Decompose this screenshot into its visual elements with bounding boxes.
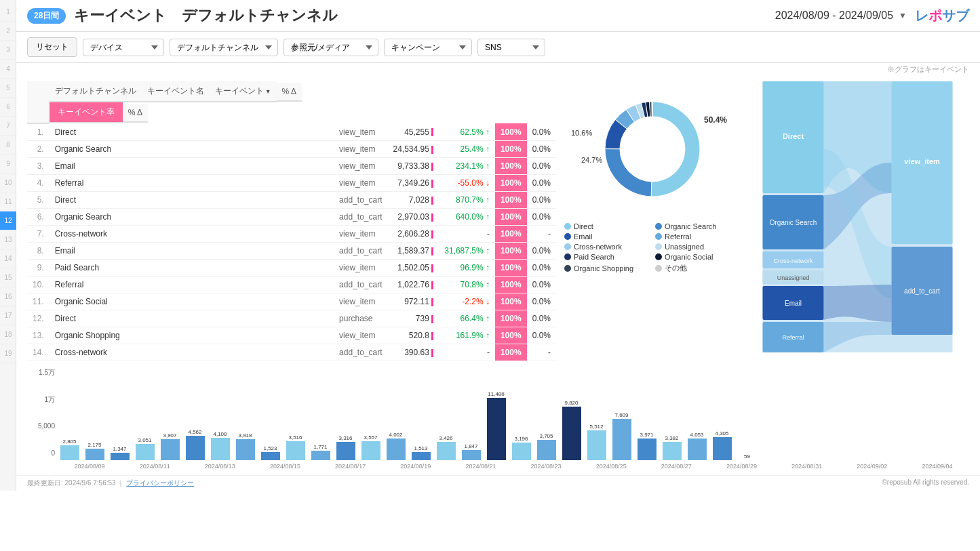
reset-button[interactable]: リセット <box>27 37 77 57</box>
table-row[interactable]: 13. Organic Shopping view_item 520.8 161… <box>27 327 556 344</box>
table-row[interactable]: 5. Direct add_to_cart 7,028 870.7% ↑ 100… <box>27 192 556 209</box>
col-value-header[interactable]: キーイベント ▼ <box>210 81 277 102</box>
legend-item: その他 <box>655 263 741 273</box>
bar-group[interactable]: 3,051 <box>133 437 157 460</box>
bar-value-label: 3,426 <box>439 435 452 441</box>
row-delta: 62.5% ↑ <box>439 123 495 141</box>
bar-group[interactable]: 59 <box>735 453 759 460</box>
row-rate: 100% <box>495 260 527 277</box>
bar-group[interactable]: 3,516 <box>283 434 307 460</box>
bar-group[interactable]: 1,771 <box>309 444 332 460</box>
col-channel-header[interactable]: デフォルトチャンネル <box>50 81 142 102</box>
col-rate-delta-header[interactable]: % Δ <box>123 104 148 123</box>
sns-filter[interactable]: SNS <box>477 39 545 56</box>
device-filter[interactable]: デバイス <box>83 39 164 56</box>
data-table-section: デフォルトチャンネル キーイベント名 キーイベント ▼ % Δ キーイベント率 … <box>27 81 556 361</box>
bar-value-label: 1,771 <box>313 444 327 450</box>
table-row[interactable]: 4. Referral view_item 7,349.26 -55.0% ↓ … <box>27 175 556 192</box>
table-row[interactable]: 7. Cross-network view_item 2,606.28 - 10… <box>27 226 556 243</box>
channel-filter[interactable]: デフォルトチャンネル <box>170 39 278 56</box>
row-event: view_item <box>334 327 387 344</box>
table-row[interactable]: 2. Organic Search view_item 24,534.95 25… <box>27 141 556 158</box>
bar-group[interactable]: 3,196 <box>509 436 533 460</box>
row-channel: Organic Search <box>50 209 334 226</box>
bar-group[interactable]: 4,053 <box>685 432 709 460</box>
legend-label: Email <box>574 232 593 241</box>
bar-group[interactable]: 11,486 <box>484 391 508 460</box>
table-row[interactable]: 11. Organic Social view_item 972.11 -2.2… <box>27 293 556 310</box>
table-row[interactable]: 12. Direct purchase 739 66.4% ↑ 100% 0.0… <box>27 310 556 327</box>
page-title: キーイベント デフォルトチャンネル <box>74 5 775 26</box>
table-row[interactable]: 6. Organic Search add_to_cart 2,970.03 6… <box>27 209 556 226</box>
table-row[interactable]: 10. Referral add_to_cart 1,022.76 70.8% … <box>27 277 556 293</box>
bar-group[interactable]: 4,562 <box>183 429 207 460</box>
row-event: add_to_cart <box>334 209 387 226</box>
bar-group[interactable]: 4,002 <box>384 432 408 460</box>
row-channel: Paid Search <box>50 260 334 277</box>
bar-group[interactable]: 5,512 <box>585 424 608 460</box>
referrer-filter[interactable]: 参照元/メディア <box>283 39 378 56</box>
date-label: 2024/09/04 <box>905 463 969 470</box>
legend-color <box>564 265 571 272</box>
svg-text:Organic Search: Organic Search <box>770 219 817 226</box>
sidebar-num-10: 10 <box>0 174 16 192</box>
bar-group[interactable]: 3,382 <box>660 435 684 460</box>
bar-group[interactable]: 4,305 <box>710 430 734 460</box>
bar-group[interactable]: 3,918 <box>233 432 257 460</box>
date-label: 2024/09/02 <box>840 463 904 470</box>
table-row[interactable]: 9. Paid Search view_item 1,502.05 96.9% … <box>27 260 556 277</box>
bar-group[interactable]: 1,523 <box>258 445 282 460</box>
y-axis: 1.5万1万5,0000 <box>27 372 58 470</box>
bar-group[interactable]: 3,316 <box>334 435 357 460</box>
bar-value-label: 4,053 <box>690 432 703 438</box>
privacy-link[interactable]: プライバシーポリシー <box>126 479 194 487</box>
table-row[interactable]: 14. Cross-network add_to_cart 390.63 - 1… <box>27 344 556 361</box>
bar-group[interactable]: 2,805 <box>58 438 81 460</box>
row-num: 8. <box>27 243 50 260</box>
legend-label: Cross-network <box>574 243 622 251</box>
bar-segment <box>638 438 656 460</box>
bar-segment <box>512 443 531 460</box>
bar-group[interactable]: 1,347 <box>108 446 132 460</box>
row-num: 11. <box>27 293 50 310</box>
svg-text:Unassigned: Unassigned <box>777 274 810 281</box>
bar-group[interactable]: 9,820 <box>560 400 583 460</box>
bar-group[interactable]: 1,847 <box>459 443 483 460</box>
y-label: 5,000 <box>38 422 55 430</box>
campaign-filter[interactable]: キャンペーン <box>384 39 472 56</box>
bar-group[interactable]: 4,108 <box>208 431 232 460</box>
bar-group[interactable]: 2,175 <box>83 442 106 460</box>
col-rate-header[interactable]: キーイベント率 <box>50 102 123 123</box>
date-label: 2024/08/13 <box>188 463 252 470</box>
table-row[interactable]: 8. Email add_to_cart 1,589.37 31,687.5% … <box>27 243 556 260</box>
bar-value-label: 3,557 <box>364 434 377 441</box>
bar-group[interactable]: 3,971 <box>635 432 659 460</box>
table-row[interactable]: 1. Direct view_item 45,255 62.5% ↑ 100% … <box>27 123 556 141</box>
bar-group[interactable]: 1,513 <box>409 445 433 460</box>
bar-group[interactable]: 3,705 <box>534 433 558 460</box>
legend-item: Paid Search <box>564 253 650 261</box>
row-delta: 96.9% ↑ <box>439 260 495 277</box>
bar-group[interactable]: 7,609 <box>610 412 633 460</box>
bar-segment <box>387 438 406 460</box>
col-num-header <box>27 81 50 123</box>
bar-group[interactable]: 3,907 <box>158 432 182 460</box>
col-event-header[interactable]: キーイベント名 <box>142 81 210 102</box>
footer: 最終更新日: 2024/9/6 7:56:53 ｜ プライバシーポリシー ©re… <box>16 475 980 491</box>
sidebar-num-12: 12 <box>0 211 16 230</box>
bar-group[interactable]: 3,557 <box>359 434 383 460</box>
bar-segment <box>688 438 707 460</box>
row-delta: 234.1% ↑ <box>439 158 495 175</box>
row-rate-delta: 0.0% <box>527 243 556 260</box>
sidebar-num-1: 1 <box>0 3 16 22</box>
bar-group[interactable]: 3,426 <box>434 435 458 460</box>
date-label: 2024/08/21 <box>449 463 513 470</box>
row-delta: 870.7% ↑ <box>439 192 495 209</box>
legend-label: Organic Search <box>665 222 716 230</box>
col-delta-header[interactable]: % Δ <box>277 83 302 102</box>
table-row[interactable]: 3. Email view_item 9,733.38 234.1% ↑ 100… <box>27 158 556 175</box>
row-value: 972.11 <box>388 293 439 310</box>
dropdown-icon[interactable]: ▼ <box>899 11 907 20</box>
row-value: 1,502.05 <box>388 260 439 277</box>
legend-label: Referral <box>665 232 691 241</box>
